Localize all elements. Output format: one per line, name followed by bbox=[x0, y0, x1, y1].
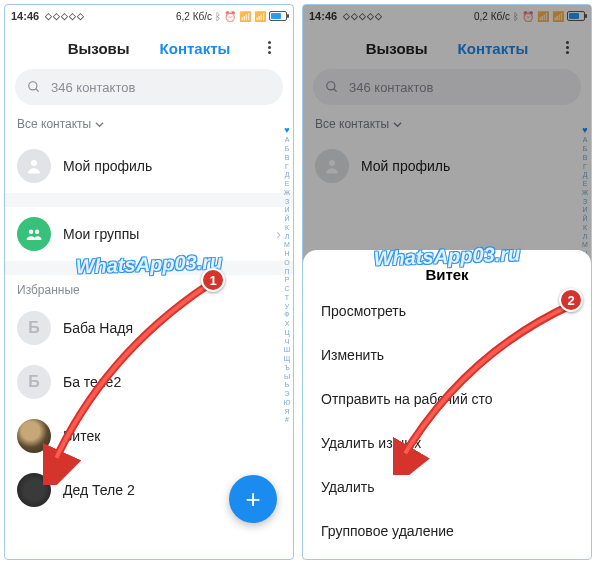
az-letter[interactable]: Ш bbox=[284, 346, 290, 355]
az-letter[interactable]: Т bbox=[285, 294, 289, 303]
az-letter[interactable]: Ц bbox=[284, 329, 289, 338]
phone-left: 14:46 ◇◇◇◇◇ 6,2 Кб/с ᛒ ⏰ 📶 📶 Вызовы Конт… bbox=[4, 4, 294, 560]
row-label: Мои группы bbox=[63, 226, 264, 242]
az-letter[interactable]: У bbox=[285, 303, 289, 312]
az-letter[interactable]: П bbox=[284, 268, 289, 277]
contact-row-vitek[interactable]: Витек bbox=[5, 409, 293, 463]
phone-right: 14:46 ◇◇◇◇◇ 0,2 Кб/с ᛒ ⏰ 📶 📶 Вызовы Конт… bbox=[302, 4, 592, 560]
sheet-option-delete[interactable]: Удалить bbox=[303, 465, 591, 509]
tabs: Вызовы Контакты bbox=[5, 27, 293, 69]
az-letter[interactable]: Ы bbox=[284, 373, 290, 382]
svg-point-0 bbox=[29, 82, 37, 90]
sheet-option-group-delete[interactable]: Групповое удаление bbox=[303, 509, 591, 553]
az-letter[interactable]: О bbox=[284, 259, 289, 268]
contact-name: Ба теле2 bbox=[63, 374, 281, 390]
avatar-letter: Б bbox=[17, 365, 51, 399]
az-letter[interactable]: С bbox=[284, 285, 289, 294]
az-letter[interactable]: Ь bbox=[285, 381, 290, 390]
row-my-groups[interactable]: Мои группы › bbox=[5, 207, 293, 261]
wifi-icon: 📶 bbox=[254, 11, 266, 22]
bluetooth-icon: ᛒ bbox=[215, 11, 221, 22]
svg-point-2 bbox=[31, 160, 37, 166]
az-letter[interactable]: А bbox=[285, 136, 290, 145]
add-contact-fab[interactable]: + bbox=[229, 475, 277, 523]
az-letter[interactable]: Я bbox=[284, 408, 289, 417]
groups-icon bbox=[17, 217, 51, 251]
contact-name: Витек bbox=[63, 428, 281, 444]
az-letter[interactable]: Ю bbox=[283, 399, 290, 408]
az-letter[interactable]: К bbox=[285, 224, 289, 233]
contact-row[interactable]: Б Ба теле2 bbox=[5, 355, 293, 409]
chevron-down-icon bbox=[95, 120, 104, 129]
az-letter[interactable]: И bbox=[284, 206, 289, 215]
plus-icon: + bbox=[245, 484, 260, 515]
search-placeholder: 346 контактов bbox=[51, 80, 135, 95]
avatar-photo bbox=[17, 473, 51, 507]
chevron-right-icon: › bbox=[276, 226, 281, 242]
az-letter[interactable]: Ж bbox=[284, 189, 290, 198]
avatar-placeholder-icon bbox=[17, 149, 51, 183]
sheet-option-edit[interactable]: Изменить bbox=[303, 333, 591, 377]
az-letter[interactable]: Р bbox=[285, 276, 290, 285]
svg-point-4 bbox=[35, 230, 40, 235]
row-my-profile[interactable]: Мой профиль bbox=[5, 139, 293, 193]
az-letter[interactable]: Х bbox=[285, 320, 290, 329]
svg-point-3 bbox=[29, 230, 34, 235]
context-sheet: Витек Просмотреть Изменить Отправить на … bbox=[303, 250, 591, 559]
az-letter[interactable]: М bbox=[284, 241, 290, 250]
section-spacer bbox=[5, 193, 293, 207]
sheet-option-send-home[interactable]: Отправить на рабочий сто bbox=[303, 377, 591, 421]
battery-icon bbox=[269, 11, 287, 21]
az-letter[interactable]: Й bbox=[284, 215, 289, 224]
az-letter[interactable]: В bbox=[285, 154, 290, 163]
alarm-icon: ⏰ bbox=[224, 11, 236, 22]
status-bar: 14:46 ◇◇◇◇◇ 6,2 Кб/с ᛒ ⏰ 📶 📶 bbox=[5, 5, 293, 27]
az-letter[interactable]: Е bbox=[285, 180, 290, 189]
az-letter[interactable]: Г bbox=[285, 163, 289, 172]
search-input[interactable]: 346 контактов bbox=[15, 69, 283, 105]
row-label: Мой профиль bbox=[63, 158, 281, 174]
avatar-letter: Б bbox=[17, 311, 51, 345]
overflow-menu-icon[interactable] bbox=[259, 37, 279, 57]
svg-line-1 bbox=[36, 89, 39, 92]
favorites-heart-icon[interactable]: ♥ bbox=[284, 125, 289, 136]
tab-contacts[interactable]: Контакты bbox=[160, 40, 231, 57]
az-letter[interactable]: Ф bbox=[284, 311, 289, 320]
search-icon bbox=[27, 80, 41, 94]
sheet-option-remove-fav[interactable]: Удалить из ных bbox=[303, 421, 591, 465]
sheet-option-view[interactable]: Просмотреть bbox=[303, 289, 591, 333]
az-letter[interactable]: Н bbox=[284, 250, 289, 259]
az-index[interactable]: ♥ АБВГДЕЖЗИЙКЛМНОПРСТУФХЦЧШЩЪЫЬЭЮЯ# bbox=[282, 125, 292, 549]
az-letter[interactable]: Ч bbox=[285, 338, 290, 347]
tab-calls[interactable]: Вызовы bbox=[68, 40, 130, 57]
status-net: 6,2 Кб/с bbox=[176, 11, 212, 22]
status-time: 14:46 bbox=[11, 10, 39, 22]
signal-icon: 📶 bbox=[239, 11, 251, 22]
az-letter[interactable]: Э bbox=[284, 390, 289, 399]
az-letter[interactable]: Д bbox=[285, 171, 290, 180]
contact-name: Баба Надя bbox=[63, 320, 281, 336]
contacts-filter[interactable]: Все контакты bbox=[5, 113, 293, 139]
az-letter[interactable]: Щ bbox=[284, 355, 291, 364]
az-letter[interactable]: # bbox=[285, 416, 289, 425]
favorites-header: Избранные bbox=[5, 275, 293, 301]
sheet-title: Витек bbox=[303, 262, 591, 289]
status-notif-icons: ◇◇◇◇◇ bbox=[45, 11, 85, 21]
filter-label: Все контакты bbox=[17, 117, 91, 131]
az-letter[interactable]: З bbox=[285, 198, 289, 207]
avatar-photo bbox=[17, 419, 51, 453]
section-spacer bbox=[5, 261, 293, 275]
az-letter[interactable]: Ъ bbox=[284, 364, 290, 373]
az-letter[interactable]: Б bbox=[285, 145, 290, 154]
az-letter[interactable]: Л bbox=[285, 233, 290, 242]
contact-row[interactable]: Б Баба Надя bbox=[5, 301, 293, 355]
